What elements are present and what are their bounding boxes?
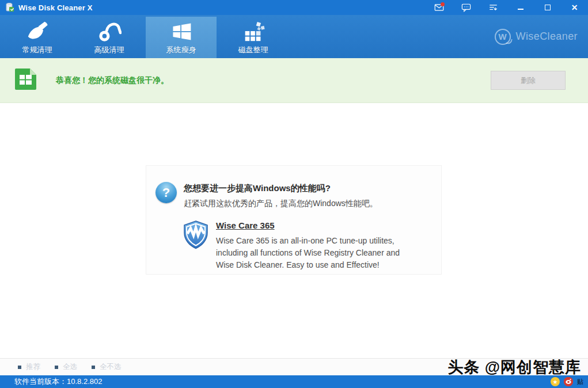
qzone-icon[interactable]: ★ <box>551 377 560 386</box>
windows-icon <box>170 20 193 44</box>
mail-icon[interactable] <box>426 0 453 15</box>
tab-regular-clean[interactable]: 常规清理 <box>2 17 73 58</box>
wise-care-365-link[interactable]: Wise Care 365 <box>216 220 275 230</box>
menu-icon[interactable] <box>480 0 507 15</box>
wisecleaner-logo: W WiseCleaner <box>495 29 578 45</box>
tieba-icon[interactable]: 贴 <box>577 377 583 386</box>
tab-advanced-clean[interactable]: 高级清理 <box>74 17 145 58</box>
tab-label: 系统瘦身 <box>166 45 196 55</box>
version-text: 软件当前版本：10.8.2.802 <box>14 376 102 387</box>
vacuum-icon <box>97 20 122 44</box>
tab-label: 磁盘整理 <box>238 45 268 55</box>
tab-disk-defrag[interactable]: 磁盘整理 <box>218 17 289 58</box>
tab-label: 常规清理 <box>22 45 52 55</box>
bullet-icon <box>55 366 58 369</box>
brush-icon <box>25 20 50 44</box>
recommend-link[interactable]: 推荐 <box>18 362 40 372</box>
window-title: Wise Disk Cleaner X <box>18 3 93 12</box>
maximize-button[interactable] <box>534 0 561 15</box>
titlebar: Wise Disk Cleaner X <box>0 0 588 15</box>
share-icons: ★ 贴 <box>551 377 583 386</box>
close-button[interactable]: ✕ <box>561 0 588 15</box>
tab-system-slim[interactable]: 系统瘦身 <box>146 17 217 58</box>
content-area: ? 您想要进一步提高Windows的性能吗? 赶紧试用这款优秀的产品，提高您的W… <box>0 104 588 358</box>
weibo-icon[interactable] <box>564 377 573 386</box>
titlebar-buttons: ✕ <box>426 0 588 15</box>
defrag-icon <box>241 20 265 44</box>
promo-title: 您想要进一步提高Windows的性能吗? <box>184 183 378 194</box>
bullet-icon <box>18 366 21 369</box>
app-icon <box>5 2 15 13</box>
nav-tabs: 常规清理 高级清理 系统瘦身 <box>0 15 588 58</box>
tab-label: 高级清理 <box>94 45 124 55</box>
clean-disk-icon <box>15 69 36 92</box>
wisecleaner-logo-text: WiseCleaner <box>516 31 578 43</box>
minimize-button[interactable] <box>507 0 534 15</box>
promo-subtitle: 赶紧试用这款优秀的产品，提高您的Windows性能吧。 <box>184 199 378 209</box>
bullet-icon <box>92 366 95 369</box>
select-all-link[interactable]: 全选 <box>55 362 77 372</box>
question-icon: ? <box>155 182 177 203</box>
select-none-link[interactable]: 全不选 <box>92 362 122 372</box>
app-window: Wise Disk Cleaner X <box>0 0 588 388</box>
toutiao-watermark: 头条 @网创智慧库 <box>447 357 581 378</box>
wise-care-shield-icon <box>183 220 209 249</box>
notification-dot <box>441 2 445 6</box>
feedback-icon[interactable] <box>453 0 480 15</box>
notice-message: 恭喜您！您的系统磁盘很干净。 <box>56 75 169 86</box>
notice-bar: 恭喜您！您的系统磁盘很干净。 删除 <box>0 58 588 103</box>
delete-button[interactable]: 删除 <box>491 71 566 90</box>
wise-care-365-description: Wise Care 365 is an all-in-one PC tune-u… <box>216 235 418 271</box>
wisecleaner-logo-mark: W <box>495 29 511 45</box>
promo-box: ? 您想要进一步提高Windows的性能吗? 赶紧试用这款优秀的产品，提高您的W… <box>146 165 442 275</box>
